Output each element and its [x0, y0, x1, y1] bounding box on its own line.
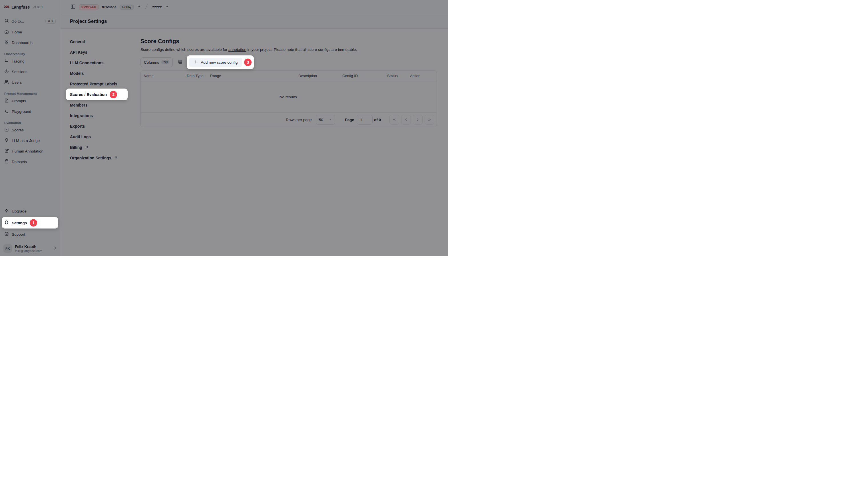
section-observability: Observability [4, 52, 56, 56]
sparkles-icon [4, 209, 9, 214]
sidebar-item-label: Playground [12, 109, 31, 114]
col-status: Status [387, 74, 410, 78]
sidebar-item-label: Users [12, 80, 22, 85]
sidebar-item-human-annotation[interactable]: Human Annotation [0, 146, 60, 157]
score-configs-panel: Score Configs Score configs define which… [141, 36, 448, 256]
annotation-link[interactable]: annotation [228, 47, 246, 52]
sidebar-item-tracing[interactable]: Tracing [0, 56, 60, 67]
settings-tab-scores-evaluation[interactable]: Scores / Evaluation 2 [66, 88, 128, 100]
external-link-icon [114, 156, 118, 160]
tour-step-1-badge: 1 [30, 219, 37, 227]
settings-tab-llm-connections[interactable]: LLM Connections [66, 57, 128, 68]
sidebar-item-label: Datasets [12, 160, 27, 164]
avatar: FK [3, 244, 12, 253]
settings-tab-general[interactable]: General [66, 36, 128, 47]
lifebuoy-icon [4, 232, 9, 237]
settings-tab-integrations[interactable]: Integrations [66, 110, 128, 121]
prev-page-button[interactable] [401, 115, 411, 125]
sidebar-item-sessions[interactable]: Sessions [0, 67, 60, 77]
gear-icon [4, 220, 9, 226]
tracing-icon [4, 59, 9, 64]
col-action: Action [410, 74, 437, 78]
sidebar-item-label: Upgrade [12, 209, 27, 213]
settings-tab-exports[interactable]: Exports [66, 121, 128, 131]
sidebar-item-scores[interactable]: Scores [0, 125, 60, 136]
sidebar-item-datasets[interactable]: Datasets [0, 157, 60, 167]
sidebar-item-upgrade[interactable]: Upgrade [0, 206, 60, 216]
plus-icon [193, 60, 198, 65]
project-name[interactable]: zzzzz [152, 5, 162, 9]
sidebar-item-label: Dashboards [12, 41, 32, 45]
sidebar-item-dashboards[interactable]: Dashboards [0, 38, 60, 48]
settings-tab-billing[interactable]: Billing [66, 142, 128, 153]
rows-per-page-label: Rows per page [286, 118, 312, 122]
settings-tab-members[interactable]: Members [66, 100, 128, 110]
users-icon [4, 80, 9, 85]
first-page-button[interactable] [389, 115, 399, 125]
col-config-id: Config ID [342, 74, 387, 78]
chevron-down-icon[interactable] [165, 4, 169, 10]
sidebar-item-label: Home [12, 30, 22, 34]
home-icon [4, 29, 9, 35]
settings-tab-api-keys[interactable]: API Keys [66, 47, 128, 57]
terminal-icon [4, 109, 9, 114]
sidebar-item-label: Tracing [12, 59, 25, 63]
add-score-config-spotlight: Add new score config 3 [187, 55, 254, 69]
columns-button[interactable]: Columns 7/8 [141, 57, 173, 67]
table-toolbar: Columns 7/8 Add new score con [141, 55, 437, 69]
panel-left-icon[interactable] [71, 4, 76, 10]
last-page-button[interactable] [424, 115, 434, 125]
sidebar-item-label: Human Annotation [12, 149, 43, 153]
col-name: Name [144, 74, 187, 78]
section-evaluation: Evaluation [4, 121, 56, 125]
sidebar-item-prompts[interactable]: Prompts [0, 96, 60, 106]
next-page-button[interactable] [413, 115, 423, 125]
sidebar-item-label: Settings [12, 221, 27, 225]
settings-tab-organization-settings[interactable]: Organization Settings [66, 153, 128, 163]
rows-per-page-select[interactable]: 50 [316, 115, 335, 125]
sidebar-item-home[interactable]: Home [0, 27, 60, 38]
sidebar-item-users[interactable]: Users [0, 77, 60, 88]
user-email: felix@langfuse.com [15, 249, 42, 253]
user-name: Felix Krauth [15, 244, 42, 249]
chevrons-up-down-icon [53, 246, 57, 251]
main-area: PROD-EU fuselage Hobby zzzzz Project Set… [60, 0, 448, 256]
keyboard-shortcut: ⌘ K [45, 18, 56, 24]
settings-tab-protected-prompt-labels[interactable]: Protected Prompt Labels [66, 79, 128, 89]
app-window: Langfuse v3.86.1 Go to... ⌘ K Home Dashb… [0, 0, 448, 256]
plan-badge: Hobby [120, 4, 134, 10]
columns-count-badge: 7/8 [161, 60, 169, 64]
breadcrumb-separator [144, 4, 149, 11]
sidebar-item-support[interactable]: Support [0, 229, 60, 240]
add-score-config-button[interactable]: Add new score config [189, 58, 242, 67]
dashboard-icon [4, 40, 9, 45]
database-icon [4, 159, 9, 165]
langfuse-logo-icon [4, 4, 10, 10]
settings-tab-audit-logs[interactable]: Audit Logs [66, 131, 128, 142]
sidebar-item-playground[interactable]: Playground [0, 106, 60, 117]
rows-icon [178, 59, 183, 65]
col-data-type: Data Type [187, 74, 210, 78]
org-name[interactable]: fuselage [102, 5, 116, 9]
settings-nav: General API Keys LLM Connections Models … [66, 36, 128, 256]
col-description: Description [298, 74, 342, 78]
score-configs-description: Score configs define which scores are av… [141, 47, 437, 52]
goto-search[interactable]: Go to... ⌘ K [2, 16, 58, 26]
page-number-input[interactable] [357, 115, 373, 125]
settings-tab-models[interactable]: Models [66, 68, 128, 79]
sidebar-item-llm-as-a-judge[interactable]: LLM-as-a-Judge [0, 136, 60, 146]
chevron-down-icon[interactable] [137, 4, 141, 10]
page-title: Project Settings [70, 18, 107, 24]
row-height-button[interactable] [176, 57, 185, 67]
clock-icon [4, 69, 9, 74]
sidebar-item-label: Support [12, 232, 25, 237]
chevron-down-icon [329, 118, 332, 122]
sidebar-item-settings[interactable]: Settings 1 [2, 217, 58, 228]
sidebar-item-label: Prompts [12, 99, 26, 103]
page-header: Project Settings [60, 14, 448, 29]
lightbulb-icon [4, 138, 9, 143]
square-pen-icon [4, 148, 9, 154]
file-code-icon [4, 98, 9, 104]
page-count-label: of 0 [374, 118, 381, 122]
user-menu[interactable]: FK Felix Krauth felix@langfuse.com [3, 244, 57, 253]
